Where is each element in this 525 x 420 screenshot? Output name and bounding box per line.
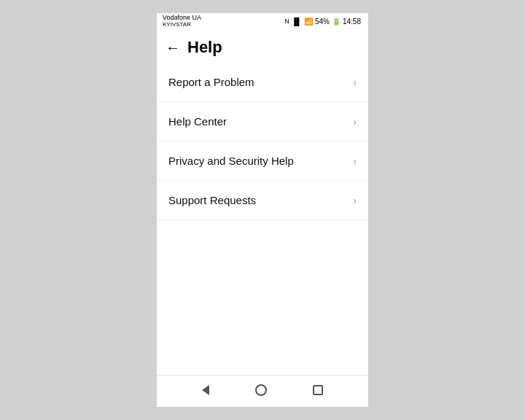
help-menu-list: Report a Problem › Help Center › Privacy… <box>157 63 368 220</box>
menu-item-label: Privacy and Security Help <box>168 155 294 167</box>
chevron-right-icon: › <box>353 155 357 167</box>
chevron-right-icon: › <box>353 116 357 128</box>
menu-item-privacy-security[interactable]: Privacy and Security Help › <box>157 141 368 181</box>
bottom-navigation <box>157 375 368 407</box>
app-content: ← Help Report a Problem › Help Center › … <box>157 29 368 375</box>
home-circle-icon <box>255 384 267 396</box>
nav-home-button[interactable] <box>255 384 267 398</box>
menu-item-help-center[interactable]: Help Center › <box>157 102 368 141</box>
nav-recents-button[interactable] <box>313 385 323 397</box>
recents-square-icon <box>313 385 323 395</box>
menu-item-label: Report a Problem <box>168 76 254 88</box>
chevron-right-icon: › <box>353 77 357 88</box>
chevron-right-icon: › <box>353 195 357 206</box>
carrier-sub: KYIVSTAR <box>163 22 201 28</box>
network-icon: N <box>284 18 289 25</box>
battery-percent: 54% <box>315 18 330 26</box>
status-indicators: N ▐▌ 📶 54% 🔋 14:58 <box>284 18 361 26</box>
status-bar: Vodafone UA KYIVSTAR N ▐▌ 📶 54% 🔋 14:58 <box>157 13 368 29</box>
signal-bars-icon: ▐▌ <box>292 18 302 26</box>
menu-item-report-problem[interactable]: Report a Problem › <box>157 63 368 102</box>
nav-back-button[interactable] <box>202 385 209 397</box>
menu-item-support-requests[interactable]: Support Requests › <box>157 181 368 220</box>
clock: 14:58 <box>343 18 361 26</box>
menu-item-label: Help Center <box>168 115 227 128</box>
back-triangle-icon <box>202 385 209 397</box>
carrier-info: Vodafone UA KYIVSTAR <box>163 15 201 28</box>
menu-item-label: Support Requests <box>168 194 256 206</box>
phone-screen: Vodafone UA KYIVSTAR N ▐▌ 📶 54% 🔋 14:58 … <box>157 13 368 407</box>
battery-icon: 🔋 <box>332 18 341 26</box>
wifi-icon: 📶 <box>304 18 313 26</box>
back-button[interactable]: ← <box>166 40 180 55</box>
page-title: Help <box>187 38 222 57</box>
page-header: ← Help <box>157 29 368 63</box>
